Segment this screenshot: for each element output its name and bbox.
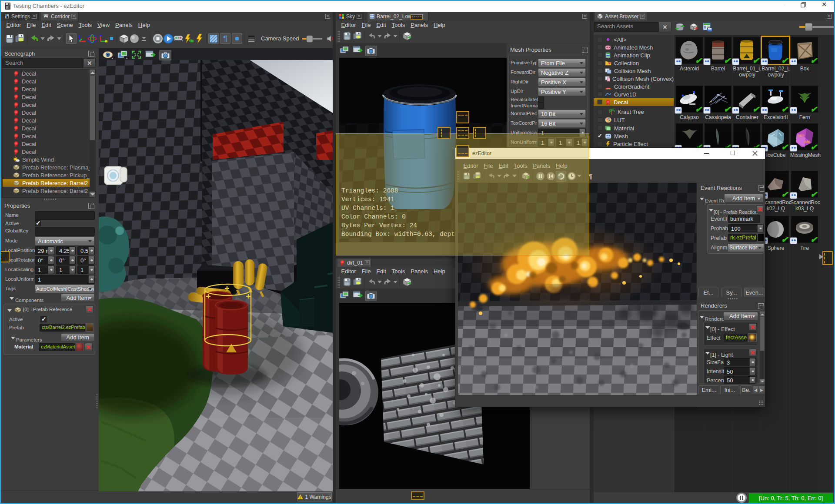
svg-text:!: ! xyxy=(300,495,301,499)
svg-text:Me: Me xyxy=(805,139,810,144)
svg-text:Mis: Mis xyxy=(798,133,805,138)
